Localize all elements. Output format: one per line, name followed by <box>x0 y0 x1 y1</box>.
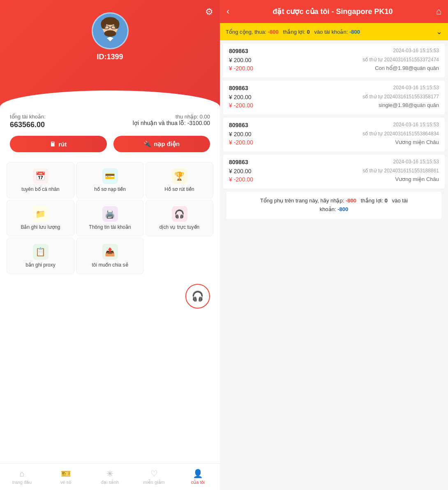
home-button[interactable]: ⌂ <box>436 6 441 17</box>
bet-id-4: 809863 <box>229 159 248 165</box>
share-icon: 📤 <box>102 244 118 260</box>
support-area: 🎧 <box>0 277 220 315</box>
bet-row-2-amount: ¥ 200.00 số thứ tự 20240316151553358177 <box>229 94 439 100</box>
calendar-icon: 📅 <box>33 168 48 184</box>
right-panel: ‹ đặt cược của tôi - Singapore PK10 ⌂ Tổ… <box>220 0 448 490</box>
menu-label-flow-record: Bản ghi lưu lượng <box>21 224 60 230</box>
bet-list: 809863 2024-03-16 15:15:53 ¥ 200.00 số t… <box>220 40 448 490</box>
menu-label-deposit-history: hồ sơ nạp tiền <box>94 186 126 192</box>
summary-bar: Tổng cộng, thua: -800 thắng lợi: 0 vào t… <box>220 23 448 40</box>
bet-amount-3: ¥ 200.00 <box>229 131 252 137</box>
menu-item-proxy-record[interactable]: 📋 bản ghi proxy <box>7 238 74 274</box>
account-income: thu nhập: 0.00 lợi nhuận và thua lỗ: -31… <box>133 114 210 126</box>
deposit-icon: 🔌 <box>143 140 151 148</box>
bet-loss-2: ¥ -200.00 <box>229 102 253 109</box>
summary-text: Tổng cộng, thua: -800 thắng lợi: 0 vào t… <box>226 29 434 35</box>
discount-nav-icon: ♡ <box>150 469 158 478</box>
bet-time-2: 2024-03-16 15:15:53 <box>393 85 439 91</box>
support-icon: 🎧 <box>192 290 204 302</box>
hall-nav-icon: ✳ <box>106 469 113 478</box>
bet-row-2-loss: ¥ -200.00 single@1.98@quán quân <box>229 102 439 109</box>
mine-nav-icon: 👤 <box>193 469 203 478</box>
menu-item-deposit-history[interactable]: 💳 hồ sơ nạp tiền <box>76 162 144 198</box>
bet-serial-4: số thứ tự 20240316151553188861 <box>363 168 439 174</box>
bet-row-3-loss: ¥ -200.00 Vương miện Châu <box>229 139 439 146</box>
nav-hall-label: đại sảnh <box>101 480 119 485</box>
account-info-icon: 🖨️ <box>102 206 118 222</box>
flow-record-icon: 📁 <box>33 206 48 222</box>
bet-serial-1: số thứ tự 20240316151553372474 <box>363 57 439 63</box>
deposit-button[interactable]: 🔌 nạp điện <box>113 136 210 152</box>
bet-card-3-header: 809863 2024-03-16 15:15:53 <box>229 122 439 128</box>
nav-home[interactable]: ⌂ trang đầu <box>0 469 44 485</box>
action-buttons: 🖩 rút 🔌 nạp điện <box>0 132 220 159</box>
menu-item-account-info[interactable]: 🖨️ Thông tin tài khoản <box>76 200 144 236</box>
bet-serial-2: số thứ tự 20240316151553358177 <box>363 94 439 100</box>
proxy-record-icon: 📋 <box>33 244 48 260</box>
online-service-icon: 🎧 <box>172 206 187 222</box>
nav-discount[interactable]: ♡ miễn giảm <box>132 469 176 485</box>
menu-label-account-info: Thông tin tài khoản <box>89 224 131 230</box>
menu-label-proxy-record: bản ghi proxy <box>25 262 55 268</box>
bet-card-2-header: 809863 2024-03-16 15:15:53 <box>229 85 439 91</box>
bet-card-1: 809863 2024-03-16 15:15:53 ¥ 200.00 số t… <box>223 44 445 77</box>
bet-row-1-amount: ¥ 200.00 số thứ tự 20240316151553372474 <box>229 57 439 63</box>
withdraw-button[interactable]: 🖩 rút <box>10 136 107 152</box>
home-nav-icon: ⌂ <box>19 469 24 478</box>
total-value: 663566.00 <box>10 121 46 129</box>
bet-row-1-loss: ¥ -200.00 Con hổ@1.98@quán quân <box>229 65 439 72</box>
bottom-nav: ⌂ trang đầu 🎫 vé số ✳ đại sảnh ♡ miễn gi… <box>0 463 220 490</box>
profit-label: lợi nhuận và thua lỗ: -3100.00 <box>133 120 210 126</box>
user-id: ID:1399 <box>97 53 123 61</box>
nav-lottery[interactable]: 🎫 vé số <box>44 469 88 485</box>
nav-discount-label: miễn giảm <box>143 480 165 485</box>
nav-mine-label: của tôi <box>191 480 205 485</box>
bet-amount-2: ¥ 200.00 <box>229 94 252 100</box>
bet-row-4-amount: ¥ 200.00 số thứ tự 20240316151553188861 <box>229 168 439 174</box>
nav-mine[interactable]: 👤 của tôi <box>176 469 220 485</box>
svg-point-3 <box>114 20 119 29</box>
bet-loss-1: ¥ -200.00 <box>229 65 253 72</box>
bet-serial-3: số thứ tự 20240316151553864834 <box>363 131 439 137</box>
right-title: đặt cược của tôi - Singapore PK10 <box>234 7 431 16</box>
account-total: tổng tài khoản: 663566.00 <box>10 114 46 129</box>
bet-loss-3: ¥ -200.00 <box>229 139 253 146</box>
bet-card-3: 809863 2024-03-16 15:15:53 ¥ 200.00 số t… <box>223 118 445 151</box>
back-button[interactable]: ‹ <box>226 6 229 17</box>
svg-point-7 <box>104 30 116 37</box>
header-curve <box>0 91 220 107</box>
bet-card-4-header: 809863 2024-03-16 15:15:53 <box>229 159 439 165</box>
bet-card-1-header: 809863 2024-03-16 15:15:53 <box>229 48 439 54</box>
bet-desc-2: single@1.98@quán quân <box>379 102 439 109</box>
menu-item-online-service[interactable]: 🎧 dịch vụ trực tuyến <box>145 200 213 236</box>
menu-item-share[interactable]: 📤 tôi muốn chia sẻ <box>76 238 144 274</box>
bet-id-2: 809863 <box>229 85 248 91</box>
settings-icon[interactable]: ⚙ <box>205 7 213 17</box>
nav-home-label: trang đầu <box>12 480 32 485</box>
menu-item-personal[interactable]: 📅 tuyên bố cá nhân <box>7 162 74 198</box>
bet-id-1: 809863 <box>229 48 248 54</box>
withdraw-icon: 🖩 <box>50 141 56 148</box>
menu-label-withdraw-history: Hồ sơ rút tiền <box>164 186 194 192</box>
bet-amount-4: ¥ 200.00 <box>229 168 252 174</box>
income-label: thu nhập: 0.00 <box>133 114 210 120</box>
bet-amount-1: ¥ 200.00 <box>229 57 252 63</box>
bet-card-4: 809863 2024-03-16 15:15:53 ¥ 200.00 số t… <box>223 155 445 188</box>
menu-item-withdraw-history[interactable]: 🏆 Hồ sơ rút tiền <box>145 162 213 198</box>
bet-id-3: 809863 <box>229 122 248 128</box>
menu-item-flow-record[interactable]: 📁 Bản ghi lưu lượng <box>7 200 74 236</box>
left-panel: ⚙ ID:1399 <box>0 0 220 490</box>
nav-hall[interactable]: ✳ đại sảnh <box>88 469 132 485</box>
support-button[interactable]: 🎧 <box>185 284 210 309</box>
lottery-nav-icon: 🎫 <box>61 469 71 478</box>
summary-chevron-icon[interactable]: ⌄ <box>436 27 442 36</box>
bet-row-3-amount: ¥ 200.00 số thứ tự 20240316151553864834 <box>229 131 439 137</box>
total-label: tổng tài khoản: <box>10 114 46 120</box>
menu-label-online-service: dịch vụ trực tuyến <box>159 224 199 230</box>
bet-card-2: 809863 2024-03-16 15:15:53 ¥ 200.00 số t… <box>223 81 445 114</box>
account-info: tổng tài khoản: 663566.00 thu nhập: 0.00… <box>0 107 220 132</box>
svg-point-2 <box>101 20 106 29</box>
bet-time-4: 2024-03-16 15:15:53 <box>393 159 439 165</box>
menu-grid: 📅 tuyên bố cá nhân 💳 hồ sơ nạp tiền 🏆 Hồ… <box>0 159 220 277</box>
menu-label-share: tôi muốn chia sẻ <box>92 262 128 268</box>
